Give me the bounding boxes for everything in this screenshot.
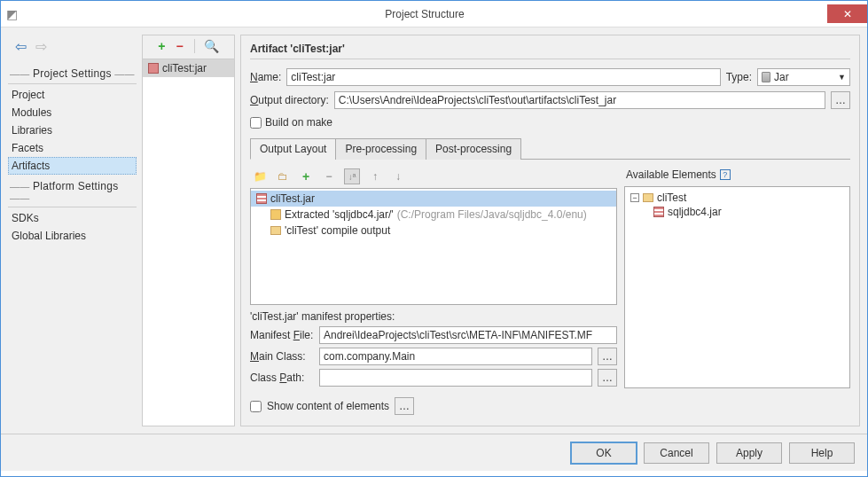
- extracted-icon: [270, 209, 281, 220]
- tree-extracted-path: (C:/Program Files/Java/sqljdbc_4.0/enu): [397, 208, 587, 221]
- avail-lib-label: sqljdbc4.jar: [668, 206, 722, 218]
- nav-libraries[interactable]: Libraries: [8, 121, 137, 139]
- manifest-file-input[interactable]: [319, 326, 617, 344]
- tree-extracted-label: Extracted 'sqljdbc4.jar/': [285, 208, 394, 221]
- main-class-label: Main Class:: [250, 350, 314, 363]
- lib-jar-icon: [653, 207, 664, 217]
- available-elements-header: Available Elements: [626, 168, 716, 181]
- module-folder-icon: [643, 193, 653, 202]
- help-icon[interactable]: ?: [720, 169, 731, 180]
- avail-root-label: cliTest: [657, 192, 686, 204]
- class-path-input[interactable]: [319, 369, 592, 387]
- sort-icon[interactable]: ↓ª: [344, 168, 360, 184]
- folder-icon: [270, 226, 281, 235]
- nav-facets[interactable]: Facets: [8, 139, 137, 157]
- show-content-options-button[interactable]: …: [395, 397, 414, 415]
- project-settings-header: —— Project Settings ——: [8, 64, 137, 84]
- browse-class-path-button[interactable]: …: [598, 369, 617, 387]
- output-tree[interactable]: cliTest.jar Extracted 'sqljdbc4.jar/' (C…: [250, 188, 617, 305]
- manifest-file-label: Manifest File:: [250, 329, 314, 341]
- available-elements-tree[interactable]: − cliTest sqljdbc4.jar: [624, 186, 850, 388]
- add-copy-icon[interactable]: +: [298, 168, 314, 184]
- manifest-header: 'cliTest.jar' manifest properties:: [250, 305, 617, 325]
- tab-output-layout[interactable]: Output Layout: [250, 138, 336, 160]
- artifact-header: Artifact 'cliTest:jar': [250, 43, 850, 59]
- collapse-icon[interactable]: −: [630, 193, 639, 202]
- apply-button[interactable]: Apply: [716, 442, 782, 464]
- tree-compile-label: 'cliTest' compile output: [285, 224, 390, 237]
- ok-button[interactable]: OK: [571, 442, 637, 464]
- chevron-down-icon: ▼: [838, 73, 846, 82]
- nav-project[interactable]: Project: [8, 86, 137, 104]
- main-class-input[interactable]: [319, 348, 592, 365]
- tree-root[interactable]: cliTest.jar: [251, 191, 616, 207]
- type-label: Type:: [726, 71, 752, 83]
- new-folder-icon[interactable]: 📁: [252, 168, 268, 184]
- artifact-list-item[interactable]: cliTest:jar: [143, 59, 234, 77]
- browse-main-class-button[interactable]: …: [598, 348, 617, 365]
- close-button[interactable]: ✕: [827, 4, 867, 23]
- type-value: Jar: [774, 71, 789, 83]
- forward-arrow-icon: ⇨: [35, 38, 47, 55]
- output-dir-input[interactable]: [334, 91, 825, 109]
- help-button[interactable]: Help: [789, 442, 855, 464]
- tabs: Output Layout Pre-processing Post-proces…: [250, 137, 850, 160]
- artifact-detail-panel: Artifact 'cliTest:jar' Name: Type: Jar ▼…: [240, 35, 860, 426]
- move-up-icon: ↑: [367, 168, 383, 184]
- class-path-label: Class Path:: [250, 371, 314, 384]
- browse-output-button[interactable]: …: [831, 91, 850, 109]
- move-down-icon: ↓: [390, 168, 406, 184]
- dialog-footer: OK Cancel Apply Help: [1, 434, 867, 471]
- remove-item-icon[interactable]: −: [321, 168, 337, 184]
- artifact-item-label: cliTest:jar: [162, 62, 207, 74]
- tab-post-processing[interactable]: Post-processing: [426, 138, 521, 160]
- nav-artifacts[interactable]: Artifacts: [8, 157, 137, 175]
- remove-artifact-icon[interactable]: −: [176, 39, 184, 53]
- build-on-make-checkbox[interactable]: [250, 117, 262, 129]
- nav-sdks[interactable]: SDKs: [8, 209, 137, 227]
- jar-type-icon: [762, 72, 770, 82]
- nav-modules[interactable]: Modules: [8, 104, 137, 121]
- artifact-list-panel: + − 🔍 cliTest:jar: [142, 35, 235, 426]
- nav-global-libraries[interactable]: Global Libraries: [8, 227, 137, 245]
- left-sidebar: ⇦ ⇨ —— Project Settings —— Project Modul…: [8, 35, 137, 426]
- avail-root[interactable]: − cliTest: [629, 191, 846, 205]
- jar-icon: [148, 63, 159, 74]
- show-content-checkbox[interactable]: [250, 401, 262, 412]
- tree-extracted[interactable]: Extracted 'sqljdbc4.jar/' (C:/Program Fi…: [251, 207, 616, 223]
- add-artifact-icon[interactable]: +: [158, 39, 165, 53]
- app-icon: ◩: [1, 7, 22, 21]
- type-combo[interactable]: Jar ▼: [757, 68, 850, 86]
- window-title: Project Structure: [22, 8, 827, 20]
- back-arrow-icon[interactable]: ⇦: [15, 38, 27, 55]
- output-dir-label: Output directory:: [250, 94, 329, 106]
- name-input[interactable]: [286, 68, 720, 86]
- tree-root-label: cliTest.jar: [270, 192, 315, 205]
- search-icon[interactable]: 🔍: [194, 39, 219, 53]
- platform-settings-header: —— Platform Settings ——: [8, 176, 137, 207]
- titlebar: ◩ Project Structure ✕: [1, 1, 867, 27]
- tree-compile-output[interactable]: 'cliTest' compile output: [251, 223, 616, 238]
- jar-file-icon: [256, 193, 267, 204]
- name-label: Name:: [250, 71, 281, 83]
- avail-lib[interactable]: sqljdbc4.jar: [629, 205, 846, 219]
- tab-pre-processing[interactable]: Pre-processing: [335, 138, 426, 160]
- new-archive-icon[interactable]: 🗀: [275, 168, 291, 184]
- build-on-make-label: Build on make: [265, 116, 332, 129]
- cancel-button[interactable]: Cancel: [644, 442, 709, 464]
- show-content-label: Show content of elements: [267, 400, 389, 412]
